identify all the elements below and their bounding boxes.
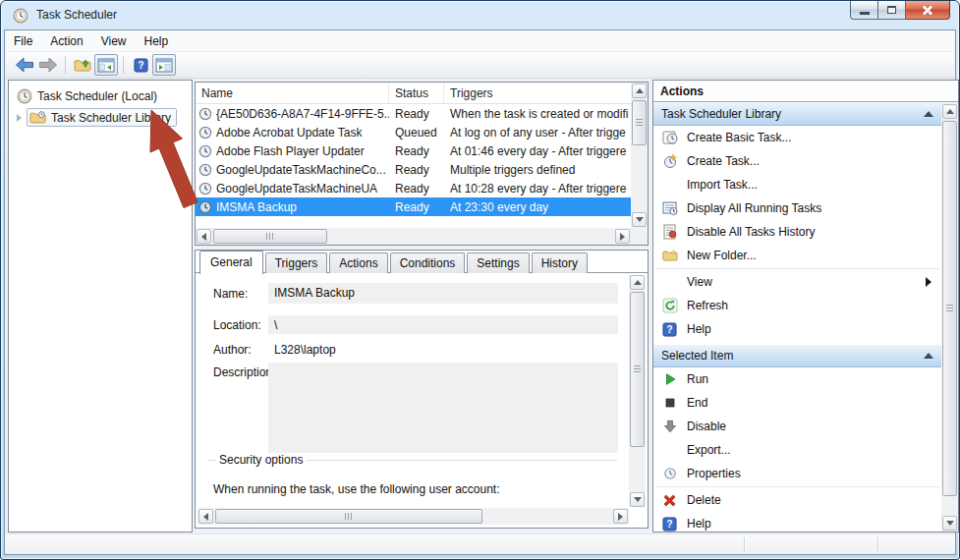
scroll-up-button[interactable] (630, 275, 645, 290)
tree-item-library[interactable]: Task Scheduler Library (17, 108, 177, 127)
expander-icon[interactable] (17, 114, 22, 122)
maximize-icon (887, 6, 896, 14)
tree-item-local[interactable]: Task Scheduler (Local) (17, 88, 157, 104)
scroll-down-button[interactable] (632, 212, 647, 227)
security-options-text: When running the task, use the following… (213, 482, 500, 496)
action-help-selected[interactable]: ? Help (653, 512, 941, 532)
export-list-button[interactable] (71, 54, 94, 76)
menu-help[interactable]: Help (136, 31, 178, 51)
console-tree-pane: Task Scheduler (Local) Task Scheduler Li… (8, 80, 193, 532)
column-header-name[interactable]: Name (196, 83, 389, 103)
collapse-icon[interactable] (924, 353, 933, 359)
forward-button[interactable] (36, 54, 60, 76)
chevron-left-icon (203, 513, 208, 521)
action-end[interactable]: End (653, 391, 941, 415)
delete-icon (661, 492, 678, 508)
task-clock-icon (198, 163, 212, 177)
section-header-library[interactable]: Task Scheduler Library (653, 103, 941, 126)
details-vertical-scrollbar[interactable] (629, 275, 646, 507)
action-create-task[interactable]: Create Task... (653, 149, 941, 173)
scroll-left-button[interactable] (198, 509, 213, 524)
tab-history[interactable]: History (532, 252, 588, 273)
description-field[interactable] (268, 363, 618, 453)
location-field[interactable]: \ (268, 315, 618, 334)
tree-item-local-label: Task Scheduler (Local) (37, 89, 157, 103)
column-header-status[interactable]: Status (389, 83, 444, 103)
table-row-selected[interactable]: IMSMA Backup Ready At 23:30 every day (196, 197, 631, 216)
tab-actions[interactable]: Actions (329, 252, 387, 273)
action-create-basic-task[interactable]: Create Basic Task... (653, 126, 941, 149)
tree-item-library-box[interactable]: Task Scheduler Library (27, 108, 177, 127)
action-properties[interactable]: Properties (653, 462, 941, 485)
table-row[interactable]: GoogleUpdateTaskMachineCo... Ready Multi… (196, 160, 631, 179)
menu-file[interactable]: File (5, 31, 41, 51)
back-button[interactable] (13, 54, 36, 76)
help-icon: ? (661, 516, 678, 532)
table-row[interactable]: Adobe Flash Player Updater Ready At 01:4… (196, 141, 631, 160)
scroll-left-button[interactable] (197, 229, 211, 244)
forward-icon (38, 57, 58, 73)
tab-triggers[interactable]: Triggers (265, 252, 328, 273)
section-header-selected-item[interactable]: Selected Item (653, 345, 941, 367)
action-display-running-tasks[interactable]: Display All Running Tasks (653, 196, 941, 220)
task-scheduler-window: Task Scheduler File Action View Help (0, 0, 960, 560)
submenu-chevron-icon (926, 277, 932, 287)
actions-vertical-scrollbar[interactable] (941, 103, 958, 532)
action-import-task[interactable]: Import Task... (653, 173, 941, 196)
task-clock-icon (198, 200, 212, 214)
scrollbar-thumb[interactable] (215, 509, 482, 524)
action-disable-history[interactable]: Disable All Tasks History (653, 220, 941, 244)
minimize-icon (860, 12, 870, 15)
collapse-icon[interactable] (924, 111, 933, 117)
scroll-right-button[interactable] (613, 509, 628, 524)
back-icon (15, 57, 34, 73)
list-horizontal-scrollbar[interactable] (196, 228, 631, 245)
scroll-up-button[interactable] (942, 104, 957, 119)
action-new-folder[interactable]: New Folder... (653, 244, 941, 267)
scrollbar-thumb[interactable] (942, 121, 957, 496)
scrollbar-thumb[interactable] (213, 229, 327, 244)
details-horizontal-scrollbar[interactable] (198, 508, 629, 525)
refresh-icon (661, 298, 678, 313)
action-export[interactable]: Export... (653, 438, 941, 462)
action-run[interactable]: Run (653, 367, 941, 391)
table-row[interactable]: GoogleUpdateTaskMachineUA Ready At 10:28… (196, 179, 631, 197)
action-view[interactable]: View (653, 270, 941, 294)
menu-action[interactable]: Action (41, 31, 91, 51)
help-button[interactable]: ? (129, 54, 152, 76)
window-title: Task Scheduler (36, 8, 117, 22)
action-pane-toggle-button[interactable] (152, 54, 176, 76)
scrollbar-thumb[interactable] (630, 292, 645, 447)
no-icon (661, 274, 678, 290)
maximize-button[interactable] (878, 1, 906, 20)
task-triggers: Multiple triggers defined (444, 163, 631, 177)
scroll-down-button[interactable] (942, 516, 957, 531)
scroll-right-button[interactable] (615, 229, 630, 244)
scroll-down-button[interactable] (630, 492, 645, 507)
scroll-up-button[interactable] (632, 84, 647, 98)
tab-conditions[interactable]: Conditions (390, 252, 466, 273)
close-button[interactable] (906, 1, 950, 20)
tab-settings[interactable]: Settings (467, 252, 529, 273)
action-help-library[interactable]: ? Help (653, 317, 941, 341)
action-refresh[interactable]: Refresh (653, 294, 941, 317)
toolbar-separator (123, 56, 124, 74)
tab-general[interactable]: General (199, 251, 263, 274)
action-label: Disable (687, 420, 726, 433)
console-tree-toggle-button[interactable] (94, 54, 118, 76)
list-vertical-scrollbar[interactable] (631, 83, 648, 228)
title-bar[interactable]: Task Scheduler (1, 1, 959, 29)
menu-view[interactable]: View (92, 31, 136, 51)
column-header-triggers[interactable]: Triggers (444, 83, 631, 103)
minimize-button[interactable] (850, 1, 878, 20)
name-field[interactable]: IMSMA Backup (268, 283, 618, 304)
action-label: Create Task... (687, 154, 760, 168)
action-disable[interactable]: Disable (653, 415, 941, 438)
scrollbar-thumb[interactable] (632, 100, 647, 145)
task-status: Ready (389, 163, 444, 177)
table-row[interactable]: {AE50D636-A8A7-4F14-9FFE-5... Ready When… (196, 104, 631, 123)
action-label: Help (687, 517, 711, 531)
toolbar-separator (65, 56, 66, 74)
action-delete[interactable]: Delete (653, 488, 941, 512)
table-row[interactable]: Adobe Acrobat Update Task Queued At log … (196, 123, 631, 141)
